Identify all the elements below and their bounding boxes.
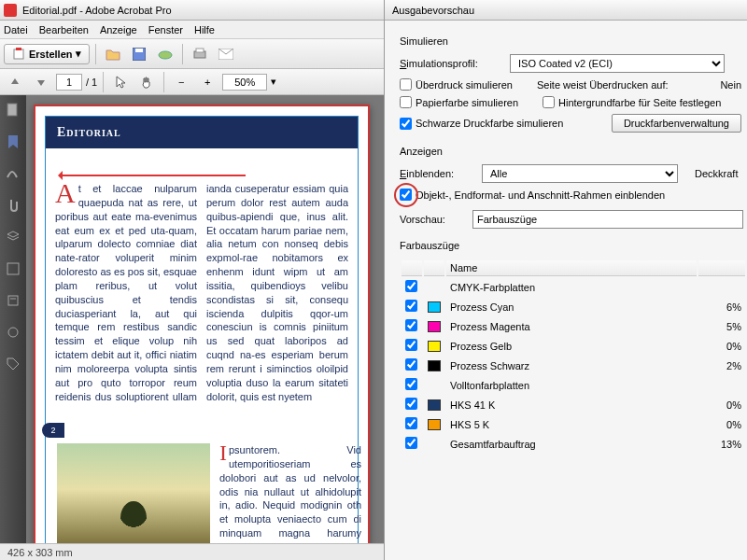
hand-tool[interactable] <box>135 71 158 93</box>
deckkraft-label: Deckkraft <box>695 168 738 179</box>
dropcap: I <box>219 443 229 462</box>
svg-rect-6 <box>196 49 204 52</box>
menu-fenster[interactable]: Fenster <box>148 24 183 35</box>
sep-pct: 0% <box>698 415 745 433</box>
ueberdruck-label: Überdruck simulieren <box>416 79 513 91</box>
sep-label: HKS 5 K <box>446 415 697 433</box>
sep-checkbox[interactable] <box>405 398 417 410</box>
objektrahmen-checkbox[interactable] <box>400 189 412 201</box>
separation-row: Volltonfarbplatten <box>402 376 745 394</box>
menu-datei[interactable]: Datei <box>4 24 28 35</box>
menu-bearbeiten[interactable]: Bearbeiten <box>39 24 89 35</box>
window-titlebar: Editorial.pdf - Adobe Acrobat Pro <box>0 0 384 21</box>
menu-hilfe[interactable]: Hilfe <box>194 24 215 35</box>
sep-checkbox[interactable] <box>405 417 417 429</box>
papierfarbe-checkbox[interactable] <box>400 96 412 108</box>
sep-checkbox[interactable] <box>405 319 417 331</box>
druckfarbenverwaltung-button[interactable]: Druckfarbenverwaltung <box>612 114 741 133</box>
create-button[interactable]: Erstellen ▾ <box>4 44 90 64</box>
zoom-select[interactable] <box>222 74 267 91</box>
sep-label: Gesamtfarbauftrag <box>446 435 697 453</box>
sep-pct: 6% <box>698 298 745 315</box>
open-button[interactable] <box>102 43 124 65</box>
arrow-up-icon <box>10 77 20 87</box>
pages-icon[interactable] <box>6 103 21 118</box>
sep-label: Prozess Magenta <box>446 317 697 335</box>
hgfarbe-label: Hintergrundfarbe für Seite festlegen <box>558 97 721 108</box>
text-column-2-lower: I psuntorem. Vid utemporitioseriam es do… <box>219 443 361 543</box>
body-text: t et laccae nulparum quaepuda nat as rer… <box>55 183 197 402</box>
mail-button[interactable] <box>215 43 237 65</box>
articles-icon[interactable] <box>6 293 21 308</box>
sep-checkbox[interactable] <box>405 437 417 449</box>
svg-point-4 <box>159 51 172 59</box>
sep-checkbox[interactable] <box>405 339 417 351</box>
sep-label: Prozess Gelb <box>446 337 697 355</box>
page-number-badge: 2 <box>42 423 64 438</box>
col-name-header: Name <box>446 260 697 276</box>
panel-title: Ausgabevorschau <box>392 5 474 16</box>
sep-pct: 5% <box>698 317 745 335</box>
inline-image <box>57 443 210 543</box>
plus-icon: + <box>204 77 210 88</box>
page-current-input[interactable] <box>56 74 82 91</box>
sep-checkbox[interactable] <box>405 358 417 371</box>
toolbar-nav: / 1 − + ▾ <box>0 69 384 95</box>
sep-pct: 13% <box>698 435 745 453</box>
preflight-icon[interactable] <box>6 261 21 276</box>
sep-label: HKS 41 K <box>446 396 697 413</box>
page-down-button[interactable] <box>30 71 52 93</box>
toolbar-main: Erstellen ▾ <box>0 39 384 69</box>
einblenden-select[interactable]: Alle <box>482 164 678 183</box>
pdf-page: Editorial A t et laccae nulparum quaepud… <box>34 105 370 543</box>
sep-checkbox[interactable] <box>405 378 417 390</box>
ueberdruck-checkbox[interactable] <box>400 78 412 91</box>
group-anzeigen: Anzeigen <box>400 146 747 157</box>
vorschau-select[interactable] <box>472 210 743 229</box>
body-text: ianda cuseperatur essiam quia perum dolo… <box>206 183 348 402</box>
group-farbauszuege: Farbauszüge <box>400 240 747 251</box>
doc-heading: Editorial <box>57 125 121 140</box>
schwarze-checkbox[interactable] <box>400 118 412 130</box>
seite-weist-label: Seite weist Überdrucken auf: <box>537 79 669 91</box>
zoom-out-button[interactable]: − <box>170 71 192 93</box>
save-button[interactable] <box>128 43 150 65</box>
sep-label: Prozess Cyan <box>446 298 697 315</box>
document-canvas[interactable]: Editorial A t et laccae nulparum quaepud… <box>26 95 384 543</box>
chevron-down-icon[interactable]: ▾ <box>271 76 276 88</box>
cloud-button[interactable] <box>154 43 176 65</box>
tags-icon[interactable] <box>6 357 21 371</box>
print-button[interactable] <box>189 43 211 65</box>
signature-icon[interactable] <box>6 166 21 181</box>
simprofil-select[interactable]: ISO Coated v2 (ECI) <box>510 54 725 73</box>
svg-rect-9 <box>7 263 19 274</box>
color-swatch <box>428 321 441 332</box>
sep-pct: 0% <box>698 396 745 413</box>
chevron-down-icon: ▾ <box>76 48 81 60</box>
zoom-in-button[interactable]: + <box>196 71 218 93</box>
separation-row: HKS 41 K 0% <box>402 396 745 413</box>
layers-icon[interactable] <box>6 230 21 245</box>
sep-checkbox[interactable] <box>405 300 417 312</box>
side-tool-rail <box>0 95 26 543</box>
create-icon <box>12 48 25 61</box>
color-swatch <box>428 360 441 371</box>
attachment-icon[interactable] <box>6 198 21 213</box>
menu-anzeige[interactable]: Anzeige <box>100 24 137 35</box>
separation-row: Prozess Magenta 5% <box>402 317 745 335</box>
body-text: psuntorem. Vid utemporitioseriam es dolo… <box>219 444 361 543</box>
sep-checkbox[interactable] <box>405 280 417 292</box>
app-icon <box>4 4 17 17</box>
page-up-button[interactable] <box>4 71 26 93</box>
separation-row: Prozess Cyan 6% <box>402 298 745 315</box>
bookmark-icon[interactable] <box>6 134 21 149</box>
color-swatch <box>428 399 441 411</box>
hgfarbe-checkbox[interactable] <box>543 96 555 108</box>
seite-weist-value: Nein <box>720 79 741 91</box>
hand-icon <box>140 76 153 89</box>
destinations-icon[interactable] <box>6 325 21 340</box>
svg-rect-1 <box>16 48 21 50</box>
sep-label: CMYK-Farbplatten <box>446 278 697 296</box>
select-tool[interactable] <box>109 71 132 93</box>
floppy-icon <box>133 48 146 61</box>
